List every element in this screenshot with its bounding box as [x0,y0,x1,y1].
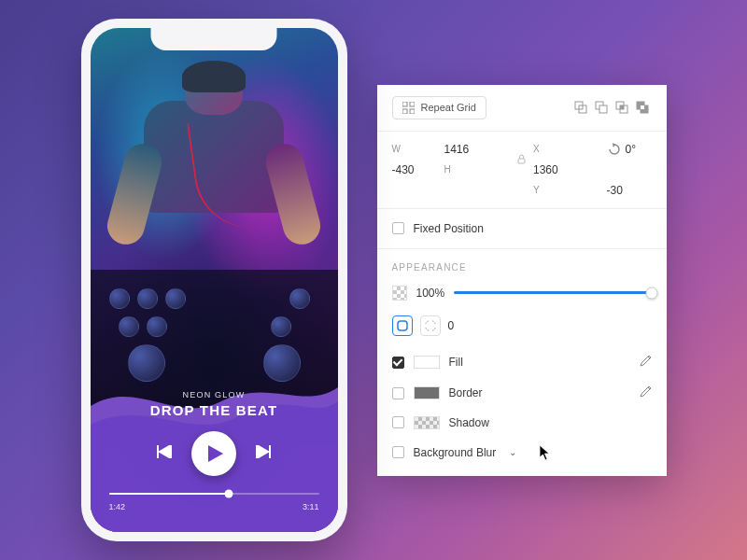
svg-rect-15 [398,321,407,330]
previous-track-button[interactable] [156,445,173,462]
boolean-add-icon[interactable] [571,98,590,117]
next-track-button[interactable] [255,445,272,462]
y-label: Y [533,185,544,195]
border-checkbox[interactable] [392,387,404,399]
artist-label: NEON GLOW [109,390,319,399]
eyedropper-icon[interactable] [639,385,652,401]
boolean-exclude-icon[interactable] [633,98,652,117]
track-title: DROP THE BEAT [109,402,319,418]
progress-slider[interactable] [109,493,319,495]
phone-mockup: NEON GLOW DROP THE BEAT 1:4 [81,19,347,541]
fill-swatch[interactable] [414,356,440,369]
svg-rect-0 [402,102,407,106]
corner-all-icon[interactable] [392,315,413,336]
x-input[interactable] [392,163,437,176]
repeat-grid-button[interactable]: Repeat Grid [392,96,486,119]
chevron-down-icon[interactable]: ⌄ [509,447,516,457]
fill-checkbox[interactable] [392,357,404,369]
border-swatch[interactable] [414,386,440,399]
elapsed-time: 1:42 [109,502,126,511]
opacity-swatch-icon [392,286,407,301]
height-label: H [444,164,456,175]
appearance-heading: APPEARANCE [377,249,667,278]
width-input[interactable] [444,143,489,156]
boolean-subtract-icon[interactable] [592,98,611,117]
fixed-position-checkbox[interactable] [392,222,404,234]
corner-individual-icon[interactable] [420,315,441,336]
eyedropper-icon[interactable] [639,355,652,371]
svg-rect-2 [402,109,407,114]
player-controls: NEON GLOW DROP THE BEAT 1:4 [91,373,338,532]
cursor-icon [539,444,552,461]
rotation-input[interactable] [626,143,652,156]
grid-icon [402,102,415,114]
phone-screen: NEON GLOW DROP THE BEAT 1:4 [91,28,338,532]
total-time: 3:11 [303,502,319,511]
boolean-intersect-icon[interactable] [613,98,631,117]
opacity-value[interactable]: 100% [416,287,445,300]
width-label: W [392,144,403,154]
shadow-label: Shadow [449,416,652,429]
background-blur-checkbox[interactable] [392,446,404,458]
border-label: Border [449,386,629,399]
height-input[interactable] [533,163,578,176]
background-blur-label: Background Blur [414,446,497,459]
svg-rect-10 [620,105,624,109]
fill-label: Fill [449,356,629,369]
opacity-slider[interactable] [454,291,651,294]
fixed-position-label: Fixed Position [414,222,484,235]
repeat-grid-label: Repeat Grid [421,102,476,113]
svg-rect-7 [599,105,607,113]
svg-rect-14 [518,159,525,163]
rotate-icon[interactable] [608,143,621,156]
svg-rect-1 [410,102,415,106]
shadow-swatch[interactable] [414,416,440,429]
shadow-checkbox[interactable] [392,416,404,428]
properties-panel: Repeat Grid W X H Y [377,85,667,476]
x-label: X [533,144,544,154]
play-button[interactable] [191,431,236,476]
corner-radius-input[interactable] [448,319,493,332]
lock-aspect-icon[interactable] [517,154,526,164]
svg-rect-13 [641,105,644,109]
phone-notch [151,28,277,50]
y-input[interactable] [607,184,652,197]
svg-rect-3 [410,109,415,114]
